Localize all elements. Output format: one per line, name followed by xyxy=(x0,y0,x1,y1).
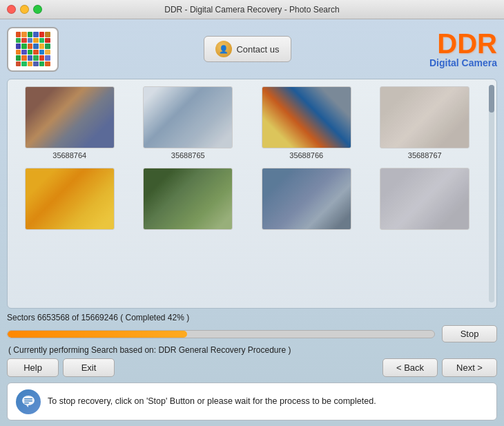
close-button[interactable] xyxy=(7,5,16,14)
window-controls[interactable] xyxy=(7,5,42,14)
main-wrapper: 👤 Contact us DDR Digital Camera 35688764… xyxy=(0,19,504,426)
progress-row: Stop xyxy=(7,325,497,342)
svg-rect-1 xyxy=(24,398,32,400)
info-message-text: To stop recovery, click on 'Stop' Button… xyxy=(48,396,376,408)
speech-bubble-icon xyxy=(21,394,36,409)
progress-status-row: Sectors 6653568 of 15669246 ( Completed … xyxy=(7,313,497,322)
photo-thumb-6[interactable] xyxy=(143,168,233,230)
photo-thumb-8[interactable] xyxy=(380,168,469,230)
photo-item[interactable] xyxy=(251,168,362,233)
photo-item[interactable]: 35688767 xyxy=(370,86,481,159)
nav-row: Help Exit < Back Next > xyxy=(7,358,497,377)
maximize-button[interactable] xyxy=(33,5,42,14)
scrollbar-thumb[interactable] xyxy=(489,85,494,113)
ddr-subtitle: Digital Camera xyxy=(429,57,497,68)
stop-button[interactable]: Stop xyxy=(442,325,497,342)
contact-icon: 👤 xyxy=(215,41,232,57)
photo-label-3: 35688766 xyxy=(289,151,323,159)
logo-mosaic xyxy=(16,32,50,66)
svg-rect-2 xyxy=(24,400,32,402)
photo-label-1: 35688764 xyxy=(52,151,86,159)
photo-item[interactable]: 35688765 xyxy=(133,86,244,159)
photo-thumb-5[interactable] xyxy=(25,168,115,230)
info-bar: To stop recovery, click on 'Stop' Button… xyxy=(7,383,497,420)
exit-button[interactable]: Exit xyxy=(63,358,115,377)
photo-item[interactable]: 35688766 xyxy=(251,86,362,159)
next-button[interactable]: Next > xyxy=(442,358,497,377)
progress-status-text: Sectors 6653568 of 15669246 ( Completed … xyxy=(7,313,189,322)
search-info-text: ( Currently performing Search based on: … xyxy=(7,345,497,355)
window-title: DDR - Digital Camera Recovery - Photo Se… xyxy=(164,5,339,14)
photo-label-4: 35688767 xyxy=(408,151,442,159)
photo-thumb-3[interactable] xyxy=(262,86,351,148)
minimize-button[interactable] xyxy=(20,5,29,14)
ddr-title: DDR xyxy=(429,30,497,57)
photo-thumb-4[interactable] xyxy=(380,86,469,148)
header-row: 👤 Contact us DDR Digital Camera xyxy=(7,25,497,73)
photo-panel: 35688764 35688765 35688766 35688767 xyxy=(7,79,497,309)
contact-btn-wrap: 👤 Contact us xyxy=(66,36,429,62)
photo-item[interactable] xyxy=(370,168,481,233)
progress-bar-wrap xyxy=(7,330,435,338)
contact-button[interactable]: 👤 Contact us xyxy=(204,36,291,62)
photo-grid: 35688764 35688765 35688766 35688767 xyxy=(14,86,490,233)
svg-rect-3 xyxy=(24,403,29,404)
progress-bar-fill xyxy=(8,331,187,338)
title-bar: DDR - Digital Camera Recovery - Photo Se… xyxy=(0,0,504,19)
progress-area: Sectors 6653568 of 15669246 ( Completed … xyxy=(7,313,497,342)
photo-item[interactable] xyxy=(133,168,244,233)
photo-item[interactable]: 35688764 xyxy=(14,86,125,159)
photo-thumb-1[interactable] xyxy=(25,86,115,148)
scrollbar-track[interactable] xyxy=(489,85,494,302)
photo-item[interactable] xyxy=(14,168,125,233)
photo-thumb-7[interactable] xyxy=(262,168,351,230)
svg-marker-4 xyxy=(26,405,28,407)
contact-label: Contact us xyxy=(236,44,279,55)
photo-label-2: 35688765 xyxy=(171,151,205,159)
back-button[interactable]: < Back xyxy=(382,358,438,377)
ddr-brand: DDR Digital Camera xyxy=(429,30,497,68)
help-button[interactable]: Help xyxy=(7,358,59,377)
logo-box xyxy=(7,27,59,72)
photo-thumb-2[interactable] xyxy=(143,86,233,148)
info-icon xyxy=(16,389,41,414)
